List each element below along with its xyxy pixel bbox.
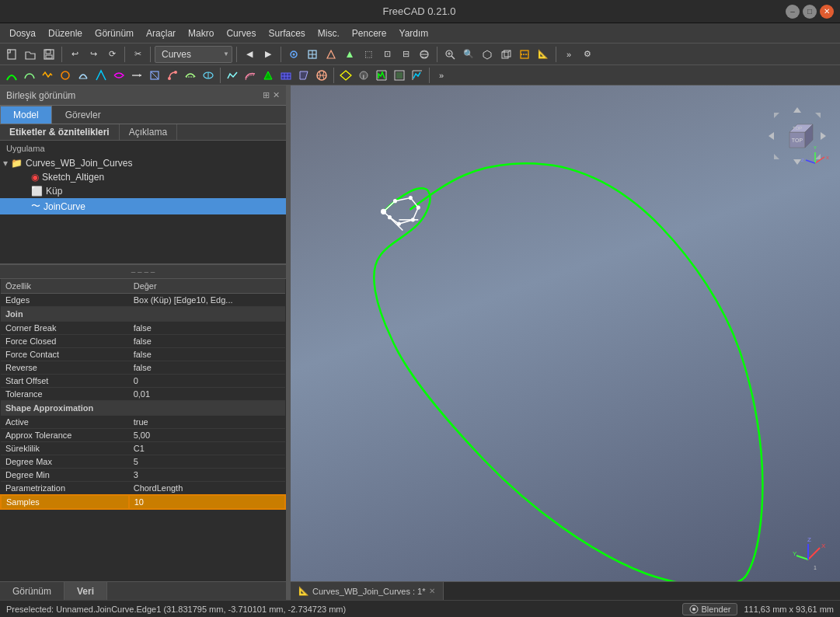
tree-sketch-icon: ◉	[31, 172, 39, 183]
curve-tool-8[interactable]	[128, 67, 145, 84]
surface-tool-1[interactable]	[224, 67, 241, 84]
corner-break-value[interactable]: false	[129, 322, 285, 335]
menu-yardim[interactable]: Yardım	[393, 26, 435, 40]
nav-right[interactable]: ▶	[260, 46, 277, 63]
viewport[interactable]: TOP TOP X Y Z X Y Z 1	[291, 85, 840, 600]
redo-button[interactable]: ↪	[85, 46, 102, 63]
analysis-tool-1[interactable]	[337, 67, 354, 84]
nav-cube[interactable]: TOP TOP X Y Z	[762, 101, 824, 163]
reverse-label: Reverse	[1, 361, 129, 375]
surface-tool-3[interactable]	[260, 67, 277, 84]
bottom-tab-view[interactable]: Görünüm	[0, 582, 64, 600]
tab-model[interactable]: Model	[0, 106, 52, 124]
view-btn-4[interactable]	[341, 46, 358, 63]
menu-pencere[interactable]: Pencere	[346, 26, 393, 40]
more-btn[interactable]: »	[560, 46, 577, 63]
degree-min-value[interactable]: 3	[129, 469, 285, 482]
force-closed-value[interactable]: false	[129, 335, 285, 348]
menu-dosya[interactable]: Dosya	[3, 26, 42, 40]
view-btn-6[interactable]: ⊡	[378, 46, 396, 63]
tree-item-cube[interactable]: ⬜ Küp	[0, 184, 286, 198]
panel-expand-btn[interactable]: ⊞	[263, 90, 270, 100]
curve-tool-9[interactable]	[146, 67, 163, 84]
view-btn-3[interactable]	[322, 46, 340, 63]
curve-tool-5[interactable]	[75, 67, 92, 84]
sureklilik-value[interactable]: C1	[129, 442, 285, 455]
measure[interactable]: 📐	[535, 46, 552, 63]
tree-item-joincurve[interactable]: 〜 JoinCurve	[0, 198, 286, 214]
close-button[interactable]: ✕	[820, 5, 834, 19]
parametrization-value[interactable]: ChordLength	[129, 482, 285, 496]
menu-makro[interactable]: Makro	[182, 26, 220, 40]
curve-tool-10[interactable]	[164, 67, 181, 84]
wireframe[interactable]	[497, 46, 514, 63]
blender-label: Blender	[702, 605, 731, 614]
curve-tool-6[interactable]	[92, 67, 110, 84]
edges-value[interactable]: Box (Küp) [Edge10, Edg...	[129, 294, 285, 307]
zoom-fit[interactable]	[441, 46, 458, 63]
menu-araclar[interactable]: Araçlar	[140, 26, 182, 40]
analysis-tool-4[interactable]	[391, 67, 408, 84]
tolerance-value[interactable]: 0,01	[129, 388, 285, 401]
vp-tab-close-btn[interactable]: ✕	[429, 587, 435, 595]
menu-curves[interactable]: Curves	[220, 26, 262, 40]
view-btn-8[interactable]	[416, 46, 433, 63]
curve-tool-11[interactable]	[182, 67, 199, 84]
view-btn-1[interactable]	[285, 46, 302, 63]
save-button[interactable]	[40, 46, 58, 63]
refresh-button[interactable]: ⟳	[103, 46, 120, 63]
bottom-tab-data[interactable]: Veri	[64, 582, 107, 600]
surface-tool-5[interactable]	[295, 67, 312, 84]
active-value[interactable]: true	[129, 416, 285, 429]
surface-tool-2[interactable]	[242, 67, 259, 84]
svg-text:i: i	[363, 73, 364, 80]
analysis-tool-3[interactable]	[373, 67, 390, 84]
nav-left[interactable]: ◀	[241, 46, 258, 63]
maximize-button[interactable]: □	[803, 5, 817, 19]
curve-tool-3[interactable]	[39, 67, 56, 84]
panel-close-btn[interactable]: ✕	[273, 90, 280, 100]
analysis-tool-2[interactable]: i	[355, 67, 372, 84]
menu-duzenle[interactable]: Düzenle	[42, 26, 89, 40]
svg-point-50	[411, 218, 414, 221]
view3d[interactable]	[479, 46, 496, 63]
samples-value[interactable]: 10	[129, 495, 285, 509]
open-button[interactable]	[22, 46, 39, 63]
new-button[interactable]	[3, 46, 20, 63]
section[interactable]	[516, 46, 533, 63]
cut-button[interactable]: ✂	[129, 46, 146, 63]
workbench-dropdown[interactable]: Curves	[155, 46, 232, 63]
curve-tool-4[interactable]	[57, 67, 74, 84]
view-btn-5[interactable]: ⬚	[360, 46, 377, 63]
degree-max-value[interactable]: 5	[129, 455, 285, 469]
undo-button[interactable]: ↩	[66, 46, 83, 63]
curve-tool-1[interactable]	[3, 67, 20, 84]
approx-tol-value[interactable]: 5,00	[129, 429, 285, 442]
curve-tool-2[interactable]	[21, 67, 38, 84]
settings-btn[interactable]: ⚙	[579, 46, 596, 63]
reverse-value[interactable]: false	[129, 361, 285, 375]
blender-button[interactable]: Blender	[682, 603, 738, 615]
view-btn-2[interactable]	[304, 46, 321, 63]
curve-tool-7[interactable]	[110, 67, 127, 84]
force-contact-value[interactable]: false	[129, 348, 285, 361]
minimize-button[interactable]: –	[786, 5, 800, 19]
start-offset-value[interactable]: 0	[129, 375, 285, 388]
props-tab-labels[interactable]: Etiketler & öznitelikleri	[0, 124, 120, 140]
properties-table: Özellik Değer Edges Box (Küp) [Edge10, E…	[0, 279, 286, 510]
menu-misc[interactable]: Misc.	[312, 26, 346, 40]
view-btn-7[interactable]: ⊟	[397, 46, 414, 63]
zoom-out[interactable]: 🔍	[460, 46, 477, 63]
menu-surfaces[interactable]: Surfaces	[262, 26, 311, 40]
more-curves[interactable]: »	[433, 67, 450, 84]
surface-tool-6[interactable]	[313, 67, 330, 84]
props-tab-description[interactable]: Açıklama	[120, 124, 177, 140]
analysis-tool-5[interactable]	[409, 67, 426, 84]
curve-tool-12[interactable]	[200, 67, 217, 84]
tree-item-root[interactable]: ▾ 📁 Curves_WB_Join_Curves	[0, 156, 286, 170]
viewport-tab-main[interactable]: 📐 Curves_WB_Join_Curves : 1* ✕	[291, 582, 444, 600]
surface-tool-4[interactable]	[277, 67, 295, 84]
tree-item-sketch[interactable]: ◉ Sketch_Altigen	[0, 170, 286, 184]
tab-tasks[interactable]: Görevler	[52, 106, 114, 124]
menu-gorunum[interactable]: Görünüm	[89, 26, 140, 40]
